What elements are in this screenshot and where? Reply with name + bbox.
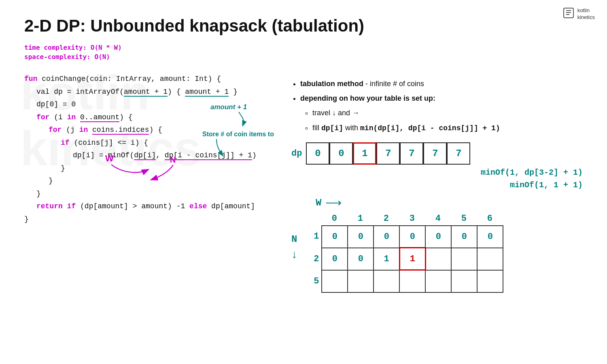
- col-header-5: 5: [451, 214, 477, 225]
- logo-icon: [563, 7, 574, 21]
- dp-cell-3: 7: [376, 142, 400, 165]
- row-label-5: 5: [314, 270, 319, 292]
- cell-r2-c2: 1: [374, 248, 399, 270]
- col-header-1: 1: [347, 214, 373, 225]
- cell-r3-c4: [425, 270, 451, 292]
- n-label: N: [291, 234, 297, 245]
- cell-r2-c3: 1: [399, 248, 425, 270]
- bullet-2a: travel ↓ and →: [312, 106, 587, 120]
- code-line-7: dp[i] = minOf(dp[i], dp[i - coins[j]] + …: [73, 149, 275, 162]
- code-line-11: return if (dp[amount] > amount) -1 else …: [36, 200, 275, 213]
- cell-r1-c5: 0: [451, 226, 477, 248]
- code-line-2: val dp = intArrayOf(amount + 1) { amount…: [36, 86, 275, 99]
- space-complexity: space-complexity: O(N): [24, 53, 587, 61]
- table-wrapper: 0 1 2 3 4 5 6 1 2 5: [301, 214, 503, 293]
- bullet-1: tabulation method - infinite # of coins: [300, 77, 587, 91]
- row-label-1: 1: [314, 225, 319, 248]
- table-rows: 1 2 5 0 0 0: [301, 225, 503, 293]
- dp-cell-4: 7: [400, 142, 423, 165]
- cell-r1-c2: 0: [374, 226, 399, 248]
- col-header-6: 6: [477, 214, 503, 225]
- w-label: W: [316, 197, 321, 208]
- cell-r1-c3: 0: [399, 226, 425, 248]
- dp-cell-6: 7: [447, 142, 470, 165]
- cell-r2-c0: 0: [322, 248, 348, 270]
- dp-cell-0: 0: [306, 142, 329, 165]
- cell-r3-c6: [477, 270, 503, 292]
- code-line-12: }: [24, 213, 275, 226]
- code-line-10: }: [36, 188, 275, 201]
- space-label: space-complexity:: [24, 53, 91, 61]
- cell-r3-c3: [399, 270, 425, 292]
- grid-table: 0 0 0 0 0 0 0 0: [321, 225, 503, 293]
- col-header-4: 4: [425, 214, 451, 225]
- minof-line1: minOf(1, dp[3-2] + 1): [291, 168, 583, 177]
- time-label: time complexity:: [24, 44, 87, 51]
- row-label-2: 2: [314, 248, 319, 270]
- page-container: kotlinkinetics kotlin kinetics 2-D DP: U…: [0, 0, 607, 364]
- table-row-5: [322, 270, 503, 292]
- dp-array-row: dp 0 0 1 7 7 7 7: [291, 142, 587, 165]
- dp-cell-5: 7: [423, 142, 447, 165]
- bullet-2b: fill dp[i] with min(dp[i], dp[i - coins[…: [312, 121, 587, 135]
- logo-text: kotlin kinetics: [577, 7, 595, 21]
- cell-r3-c5: [451, 270, 477, 292]
- cell-r1-c6: 0: [477, 226, 503, 248]
- table-section: N ↓ 0 1 2 3 4 5 6: [291, 214, 587, 293]
- time-value: O(N * W): [91, 44, 122, 51]
- two-col-layout: fun coinChange(coin: IntArray, amount: I…: [24, 73, 587, 293]
- code-line-3: dp[0] = 0: [36, 98, 275, 111]
- code-line-5: for (j in coins.indices) {: [49, 124, 275, 137]
- dp-label: dp: [291, 148, 302, 159]
- n-col: N ↓: [291, 214, 297, 261]
- code-line-4: for (i in 0..amount) {: [36, 111, 275, 124]
- code-line-8: }: [61, 162, 275, 175]
- code-line-6: if (coins[j] <= i) {: [61, 137, 275, 150]
- logo-line2: kinetics: [577, 14, 595, 21]
- cell-r1-c0: 0: [322, 226, 348, 248]
- w-right-arrow: ⟶: [325, 196, 342, 210]
- dp-cell-1: 0: [329, 142, 353, 165]
- cell-r2-c4: [425, 248, 451, 270]
- space-value: O(N): [94, 53, 110, 61]
- right-col: tabulation method - infinite # of coins …: [291, 73, 587, 293]
- dp-cell-2: 1: [353, 142, 376, 165]
- code-line-9: }: [49, 175, 275, 188]
- cell-r3-c2: [374, 270, 399, 292]
- bullet-2: depending on how your table is set up: t…: [300, 91, 587, 135]
- page-title: 2-D DP: Unbounded knapsack (tabulation): [24, 16, 587, 36]
- logo-line1: kotlin: [577, 7, 595, 14]
- cell-r2-c1: 0: [348, 248, 374, 270]
- table-row-2: 0 0 1 1: [322, 248, 503, 270]
- cell-r3-c0: [322, 270, 348, 292]
- col-header-3: 3: [399, 214, 425, 225]
- cell-r3-c1: [348, 270, 374, 292]
- logo: kotlin kinetics: [563, 7, 595, 21]
- row-labels: 1 2 5: [301, 225, 321, 293]
- cell-r2-c5: [451, 248, 477, 270]
- col-header-0: 0: [321, 214, 347, 225]
- complexity-block: time complexity: O(N * W) space-complexi…: [24, 44, 587, 61]
- code-block: fun coinChange(coin: IntArray, amount: I…: [24, 73, 275, 226]
- col-header-2: 2: [373, 214, 399, 225]
- cell-r1-c1: 0: [348, 226, 374, 248]
- time-complexity: time complexity: O(N * W): [24, 44, 587, 51]
- cell-r2-c6: [477, 248, 503, 270]
- bullets-section: tabulation method - infinite # of coins …: [291, 77, 587, 135]
- code-line-1: fun coinChange(coin: IntArray, amount: I…: [24, 73, 275, 86]
- w-arrow-section: W ⟶: [316, 196, 587, 210]
- n-down-arrow: ↓: [291, 248, 297, 261]
- left-col: fun coinChange(coin: IntArray, amount: I…: [24, 73, 275, 293]
- dp-array-section: dp 0 0 1 7 7 7 7 minOf(1, dp[3-2] + 1) m…: [291, 142, 587, 190]
- minof-line2: minOf(1, 1 + 1): [291, 180, 583, 190]
- table-row-1: 0 0 0 0 0 0 0: [322, 226, 503, 248]
- col-headers: 0 1 2 3 4 5 6: [321, 214, 503, 225]
- cell-r1-c4: 0: [425, 226, 451, 248]
